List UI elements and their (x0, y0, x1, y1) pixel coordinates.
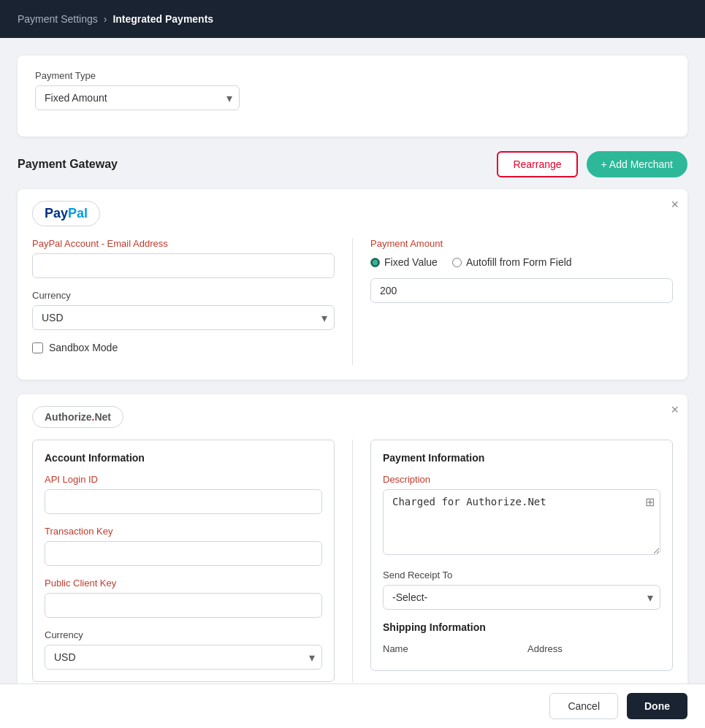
authorize-transaction-key-input[interactable] (45, 541, 322, 566)
authorize-logo-area: Authorize.Net (18, 394, 687, 428)
paypal-account-label: PayPal Account - Email Address (32, 238, 335, 249)
authorize-api-login-label: API Login ID (45, 474, 322, 485)
done-button[interactable]: Done (627, 693, 687, 719)
payment-gateway-header: Payment Gateway Rearrange + Add Merchant (18, 151, 687, 177)
paypal-gateway-card: PayPal × PayPal Account - Email Address … (18, 189, 687, 380)
header-chevron: › (104, 13, 107, 25)
authorize-text: Authorize.Net (45, 411, 111, 423)
authorize-currency-label: Currency (45, 629, 322, 640)
authorize-send-receipt-select[interactable]: -Select- (383, 585, 660, 610)
authorize-description-textarea[interactable]: Charged for Authorize.Net (383, 489, 660, 555)
authorize-gateway-card: Authorize.Net × Account Information API … (18, 394, 687, 697)
payment-type-card: Payment Type Fixed Amount Variable Amoun… (18, 55, 687, 137)
authorize-address-label: Address (527, 643, 660, 654)
paypal-sandbox-checkbox-label[interactable]: Sandbox Mode (32, 342, 335, 353)
paypal-logo-area: PayPal (18, 189, 687, 226)
paypal-sandbox-label: Sandbox Mode (49, 342, 118, 353)
authorize-net-text: Net (94, 411, 111, 423)
authorize-send-receipt-select-wrapper: -Select- (383, 585, 660, 610)
paypal-amount-input[interactable] (370, 278, 673, 303)
paypal-right-col: Payment Amount Fixed Value Autofill from… (370, 238, 673, 365)
paypal-autofill-label: Autofill from Form Field (466, 256, 572, 268)
payment-type-select[interactable]: Fixed Amount Variable Amount (35, 85, 240, 110)
authorize-description-wrapper: Charged for Authorize.Net ⊞ (383, 489, 660, 558)
bottom-bar: Cancel Done (0, 683, 705, 728)
authorize-card-body: Account Information API Login ID Transac… (18, 428, 687, 697)
paypal-currency-select-wrapper: USD EUR GBP (32, 305, 335, 330)
paypal-payment-amount-label: Payment Amount (370, 238, 673, 249)
paypal-autofill-radio[interactable] (452, 258, 462, 267)
rearrange-button[interactable]: Rearrange (497, 151, 577, 177)
authorize-right-col: Payment Information Description Charged … (370, 440, 673, 682)
payment-gateway-title: Payment Gateway (18, 158, 118, 171)
paypal-account-input[interactable] (32, 253, 335, 278)
authorize-transaction-key-label: Transaction Key (45, 526, 322, 537)
paypal-pal-text: Pal (68, 206, 88, 221)
authorize-divider (352, 440, 353, 682)
authorize-public-client-key-label: Public Client Key (45, 578, 322, 589)
authorize-currency-select-wrapper: USD EUR GBP (45, 645, 322, 670)
header: Payment Settings › Integrated Payments (0, 0, 705, 38)
paypal-logo: PayPal (32, 201, 100, 226)
cancel-button[interactable]: Cancel (549, 693, 618, 719)
header-parent-link[interactable]: Payment Settings (18, 13, 98, 25)
authorize-account-info-box: Account Information API Login ID Transac… (32, 440, 335, 682)
authorize-account-info-title: Account Information (45, 452, 322, 464)
paypal-close-button[interactable]: × (671, 198, 679, 211)
authorize-shipping-info-title: Shipping Information (383, 621, 660, 633)
authorize-api-login-input[interactable] (45, 489, 322, 514)
authorize-payment-info-box: Payment Information Description Charged … (370, 440, 673, 671)
payment-type-select-wrapper: Fixed Amount Variable Amount (35, 85, 240, 110)
paypal-pay-text: Pay (45, 206, 68, 221)
add-merchant-button[interactable]: + Add Merchant (587, 151, 687, 177)
authorize-payment-info-title: Payment Information (383, 452, 660, 464)
authorize-send-receipt-label: Send Receipt To (383, 570, 660, 581)
authorize-text-main: Authorize (45, 411, 92, 423)
paypal-autofill-radio-label[interactable]: Autofill from Form Field (452, 256, 572, 268)
paypal-fixed-value-radio-label[interactable]: Fixed Value (370, 256, 438, 268)
authorize-shipping-row: Name Address (383, 643, 660, 659)
authorize-left-col: Account Information API Login ID Transac… (32, 440, 335, 682)
header-current-page: Integrated Payments (113, 13, 213, 25)
description-insert-icon[interactable]: ⊞ (645, 495, 655, 509)
paypal-sandbox-checkbox[interactable] (32, 342, 43, 353)
authorize-currency-select[interactable]: USD EUR GBP (45, 645, 322, 670)
payment-type-label: Payment Type (35, 70, 670, 81)
paypal-left-col: PayPal Account - Email Address Currency … (32, 238, 335, 365)
authorize-logo: Authorize.Net (32, 406, 123, 428)
paypal-fixed-value-radio[interactable] (370, 258, 380, 267)
paypal-radio-group: Fixed Value Autofill from Form Field (370, 256, 673, 268)
paypal-card-body: PayPal Account - Email Address Currency … (18, 226, 687, 380)
main-content: Payment Type Fixed Amount Variable Amoun… (0, 38, 705, 728)
authorize-description-label: Description (383, 474, 660, 485)
paypal-currency-label: Currency (32, 290, 335, 301)
authorize-close-button[interactable]: × (671, 403, 679, 416)
paypal-divider (352, 238, 353, 365)
authorize-public-client-key-input[interactable] (45, 593, 322, 618)
authorize-name-label: Name (383, 643, 516, 654)
paypal-fixed-value-label: Fixed Value (384, 256, 438, 268)
paypal-currency-select[interactable]: USD EUR GBP (32, 305, 335, 330)
gateway-actions: Rearrange + Add Merchant (497, 151, 687, 177)
